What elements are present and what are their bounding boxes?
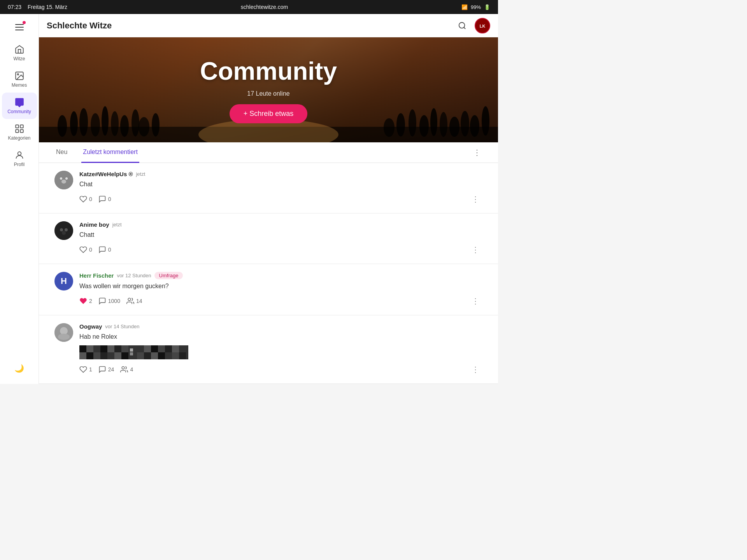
svg-point-13	[70, 111, 78, 136]
post-author: Herr Fischer	[79, 272, 114, 279]
sidebar-item-kategorien-label: Kategorien	[8, 135, 30, 141]
comment-count: 24	[108, 366, 114, 373]
post-avatar-letter: H	[61, 276, 67, 286]
sidebar-item-community[interactable]: Community	[2, 93, 37, 119]
post-more-button[interactable]: ⋮	[468, 295, 482, 307]
dark-mode-toggle[interactable]: 🌙	[11, 360, 27, 376]
post-body: Katze#WeHelpUs ® jetzt Chat 0	[79, 171, 482, 205]
svg-point-20	[139, 117, 149, 136]
svg-point-17	[111, 111, 119, 136]
svg-rect-58	[165, 345, 172, 352]
participants-count-display: 4	[120, 366, 133, 373]
post-body: Oogway vor 14 Stunden Hab ne Rolex	[79, 323, 482, 376]
comment-button[interactable]: 0	[98, 246, 111, 254]
svg-point-28	[449, 117, 459, 137]
tabs-bar: Neu Zuletzt kommentiert ⋮	[39, 142, 498, 163]
comment-icon	[98, 297, 106, 305]
svg-point-27	[440, 112, 447, 137]
svg-rect-74	[172, 352, 179, 359]
svg-point-16	[102, 106, 109, 136]
like-count: 0	[89, 247, 92, 253]
tab-neu[interactable]: Neu	[54, 142, 69, 163]
user-avatar[interactable]: LK	[475, 18, 490, 33]
community-title: Community	[200, 57, 337, 86]
like-button[interactable]: 2	[79, 297, 92, 305]
tabs-more-button[interactable]: ⋮	[472, 143, 482, 162]
svg-rect-50	[107, 345, 114, 352]
post-more-button[interactable]: ⋮	[468, 363, 482, 376]
post-actions: 0 0 ⋮	[79, 193, 482, 205]
svg-rect-68	[130, 352, 133, 355]
header-actions: LK	[454, 18, 490, 33]
participants-count: 4	[130, 366, 133, 373]
svg-rect-70	[144, 352, 151, 359]
svg-rect-53	[130, 348, 133, 352]
censored-image	[79, 345, 188, 359]
svg-point-1	[17, 74, 18, 75]
comment-button[interactable]: 1000	[98, 297, 120, 305]
svg-rect-47	[86, 345, 93, 352]
post-meta: Katze#WeHelpUs ® jetzt	[79, 171, 482, 177]
svg-rect-2	[16, 125, 19, 128]
svg-rect-61	[79, 352, 86, 359]
comment-button[interactable]: 0	[98, 195, 111, 203]
svg-point-34	[60, 177, 62, 180]
battery-icon: 🔋	[484, 4, 490, 10]
svg-rect-3	[20, 125, 23, 128]
comment-button[interactable]: 24	[98, 366, 114, 373]
svg-point-35	[65, 177, 68, 180]
main-content: Schlechte Witze LK	[39, 14, 498, 384]
sidebar: Witze Memes Community Kategorien	[0, 14, 39, 384]
tab-zuletzt[interactable]: Zuletzt kommentiert	[81, 142, 139, 163]
post-image	[79, 345, 188, 359]
chat-icon	[14, 97, 25, 107]
oogway-avatar-image	[54, 323, 73, 342]
heart-icon	[79, 195, 87, 203]
svg-point-23	[396, 113, 405, 136]
svg-point-76	[122, 367, 125, 369]
sidebar-item-kategorien[interactable]: Kategorien	[2, 119, 37, 145]
post-item: H Herr Fischer vor 12 Stunden Umfrage Wa…	[39, 264, 498, 315]
status-date: Freitag 15. März	[28, 4, 67, 10]
post-time: vor 14 Stunden	[105, 324, 139, 329]
svg-rect-62	[86, 352, 93, 359]
svg-rect-5	[20, 130, 23, 133]
post-author: Oogway	[79, 323, 102, 330]
svg-point-37	[54, 221, 73, 240]
svg-point-7	[459, 22, 465, 28]
svg-line-8	[464, 27, 465, 29]
post-item: Oogway vor 14 Stunden Hab ne Rolex	[39, 315, 498, 384]
sidebar-item-profil[interactable]: Profil	[2, 145, 37, 172]
post-content: Chatt	[79, 230, 482, 240]
post-more-button[interactable]: ⋮	[468, 243, 482, 256]
like-button[interactable]: 1	[79, 366, 92, 373]
post-more-button[interactable]: ⋮	[468, 193, 482, 205]
sidebar-bottom: 🌙	[11, 360, 27, 384]
sidebar-item-witze[interactable]: Witze	[2, 40, 37, 66]
search-button[interactable]	[454, 18, 470, 33]
like-count: 1	[89, 366, 92, 373]
app-container: Witze Memes Community Kategorien	[0, 14, 498, 384]
svg-rect-57	[158, 345, 165, 352]
menu-button[interactable]	[10, 18, 29, 37]
status-bar: 07:23 Freitag 15. März schlechtewitze.co…	[0, 0, 498, 14]
post-actions: 1 24	[79, 363, 482, 376]
svg-rect-48	[93, 345, 100, 352]
sidebar-item-memes[interactable]: Memes	[2, 66, 37, 93]
like-button[interactable]: 0	[79, 195, 92, 203]
svg-point-25	[419, 115, 429, 137]
comment-icon	[98, 366, 106, 373]
write-button[interactable]: + Schreib etwas	[230, 104, 308, 123]
svg-rect-72	[158, 352, 165, 359]
svg-rect-46	[79, 345, 86, 352]
post-avatar: H	[54, 272, 73, 290]
header: Schlechte Witze LK	[39, 14, 498, 37]
svg-rect-55	[144, 345, 151, 352]
svg-point-26	[430, 108, 437, 136]
comment-count: 0	[108, 196, 111, 202]
participants-icon	[120, 366, 128, 373]
like-button[interactable]: 0	[79, 246, 92, 254]
post-content: Hab ne Rolex	[79, 332, 482, 341]
svg-point-15	[91, 113, 100, 136]
post-time: jetzt	[112, 222, 122, 228]
